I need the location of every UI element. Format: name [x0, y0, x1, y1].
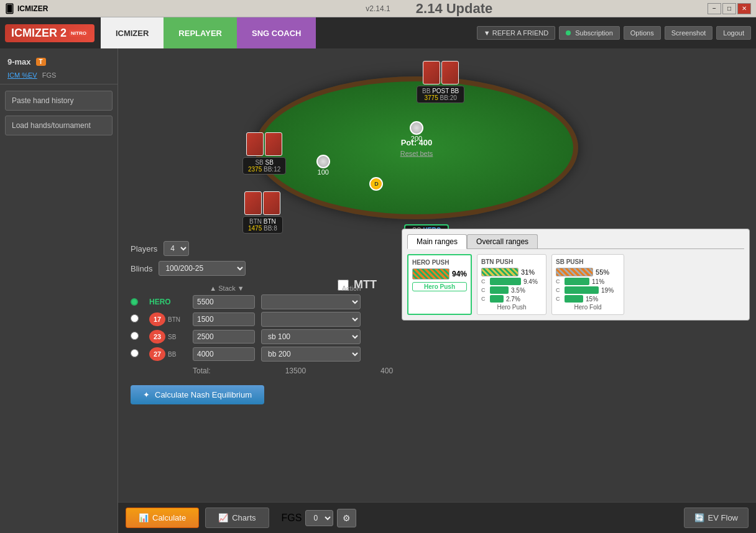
bb-pos-label: BB: [168, 351, 176, 358]
fgs-group: FGS 0 ⚙: [282, 509, 357, 527]
post-bb-name: POST BB: [432, 88, 459, 94]
btn-c3-bar: [490, 295, 504, 303]
icm-ev-tab[interactable]: ICM %EV: [7, 71, 37, 79]
ev-flow-button[interactable]: 🔄 EV Flow: [684, 508, 749, 528]
hero-push-bar: [412, 268, 449, 280]
maximize-button[interactable]: □: [722, 3, 736, 14]
ev-flow-label: EV Flow: [708, 513, 738, 522]
fgs-tab[interactable]: FGS: [42, 71, 57, 79]
options-button[interactable]: Options: [624, 26, 661, 40]
post-bb-label: BB POST BB 3775 BB:20: [417, 86, 464, 103]
sb-label: SB SB 2375 BB:12: [242, 157, 286, 175]
hero-push-footer: Hero Push: [412, 282, 467, 291]
sb-push-title: SB PUSH: [556, 258, 620, 265]
hero-action-select[interactable]: [261, 294, 361, 309]
ranges-panel: Main ranges Overcall ranges HERO PUSH 94…: [402, 229, 750, 321]
bb-action-select[interactable]: bb 200: [261, 347, 361, 362]
minimize-button[interactable]: −: [708, 3, 721, 14]
card-2: [441, 61, 459, 84]
player-btn: BTN BTN 1475 BB:8: [242, 191, 283, 234]
load-hands-button[interactable]: Load hands/tournament: [5, 116, 113, 135]
btn-c1-row: C 9.4%: [481, 278, 542, 285]
btn-c3-pct: 2.7%: [506, 296, 525, 303]
btn-c1-label: C: [481, 278, 487, 285]
blinds-label: Blinds: [131, 264, 152, 273]
subscription-button[interactable]: Subscription: [559, 26, 620, 40]
sb-sub-label: C: [556, 296, 562, 302]
player-post-bb: BB POST BB 3775 BB:20: [417, 61, 464, 103]
update-text: 2.14 Update: [416, 1, 493, 17]
bb-stack-input[interactable]: [193, 347, 255, 361]
bottom-bar: 📊 Calculate 📈 Charts FGS 0 ⚙ 🔄 EV Flow: [118, 502, 756, 533]
chip-left-value: 100: [316, 168, 330, 176]
nash-equilibrium-button[interactable]: ✦ Calculate Nash Equilibrium: [131, 385, 264, 404]
nav-actions: ▼ REFER A FRIEND Subscription Options Sc…: [477, 26, 751, 40]
tab-icmizer[interactable]: ICMIZER: [101, 17, 164, 48]
bb-radio[interactable]: [131, 349, 139, 357]
logo-text: ICMIZER 2: [11, 27, 67, 40]
btn-footer: Hero Push: [481, 304, 542, 311]
sb-stack-input[interactable]: [193, 330, 255, 344]
sb-sub-bar: [565, 295, 583, 303]
btn-stack-input[interactable]: [193, 312, 255, 326]
btn-push-pct: 31%: [521, 268, 535, 276]
sb-action-select[interactable]: sb 100: [261, 329, 361, 344]
calculate-button[interactable]: 📊 Calculate: [126, 508, 199, 528]
players-select[interactable]: 4: [164, 241, 189, 256]
post-bb-stack: 3775: [425, 94, 438, 101]
player-row-bb: 27 BB bb 200: [131, 347, 441, 362]
post-bb-cards: [417, 61, 464, 84]
total-action-value: 400: [380, 367, 393, 375]
blinds-select[interactable]: 100/200-25: [159, 261, 246, 276]
players-label: Players: [131, 244, 157, 253]
reset-bets-button[interactable]: Reset bets: [400, 150, 433, 157]
logout-button[interactable]: Logout: [716, 26, 751, 40]
tab-replayer[interactable]: REPLAYER: [164, 17, 237, 48]
btn-name-badge: 17 BTN: [149, 312, 193, 326]
player-config-label: 9-max: [7, 57, 31, 66]
hero-stack-input[interactable]: [193, 295, 255, 309]
hero-push-pct: 94%: [452, 270, 467, 278]
btn-c1-bar: [490, 278, 521, 285]
btn-pos-label: BTN: [168, 316, 180, 323]
fgs-gear-button[interactable]: ⚙: [337, 509, 356, 527]
tab-sng-coach[interactable]: SNG COACH: [237, 17, 316, 48]
total-label: Total:: [193, 367, 211, 375]
charts-label: Charts: [232, 513, 256, 522]
hero-push-title: HERO PUSH: [412, 259, 467, 266]
btn-radio[interactable]: [131, 314, 139, 322]
refer-friend-button[interactable]: ▼ REFER A FRIEND: [477, 26, 555, 40]
btn-action-select[interactable]: [261, 312, 361, 327]
close-button[interactable]: ✕: [737, 3, 751, 14]
version-label: v2.14.1: [366, 4, 390, 13]
col-radio-header: [131, 285, 149, 292]
charts-button[interactable]: 📈 Charts: [205, 508, 269, 528]
hero-name-badge: HERO: [149, 298, 193, 306]
sb-radio[interactable]: [131, 332, 139, 340]
btn-name: BTN: [264, 218, 276, 225]
col-stack-header: ▲ Stack ▼: [193, 285, 261, 292]
sb-radio-cell: [131, 331, 149, 342]
paste-hand-history-button[interactable]: Paste hand history: [5, 91, 113, 111]
main-ranges-tab[interactable]: Main ranges: [407, 234, 467, 249]
sb-c2-label: C: [556, 287, 562, 293]
hero-push-block: HERO PUSH 94% Hero Push: [407, 254, 472, 315]
charts-icon: 📈: [218, 513, 228, 522]
calculate-label: Calculate: [152, 513, 186, 522]
sb-push-pct: 55%: [596, 268, 609, 276]
btn-c3-row: C 2.7%: [481, 295, 542, 303]
player-row-btn: 17 BTN: [131, 312, 441, 327]
sidebar-subrow: ICM %EV FGS: [0, 70, 118, 80]
hero-radio-cell: [131, 298, 149, 306]
subscription-label: Subscription: [575, 29, 613, 37]
btn-bb: BB:8: [264, 225, 277, 232]
totals-row: Total: 13500 400: [131, 364, 441, 375]
fgs-select[interactable]: 0: [305, 510, 333, 526]
sb-c1-label: C: [556, 278, 562, 285]
poker-table-container: Pot: 400 Reset bets 200 100: [224, 58, 609, 238]
overcall-ranges-tab[interactable]: Overcall ranges: [467, 234, 538, 248]
sb-c2-pct: 19%: [601, 287, 620, 294]
post-bb-bb: BB:20: [440, 94, 457, 101]
sb-footer: Hero Fold: [556, 304, 620, 311]
screenshot-button[interactable]: Screenshot: [665, 26, 713, 40]
